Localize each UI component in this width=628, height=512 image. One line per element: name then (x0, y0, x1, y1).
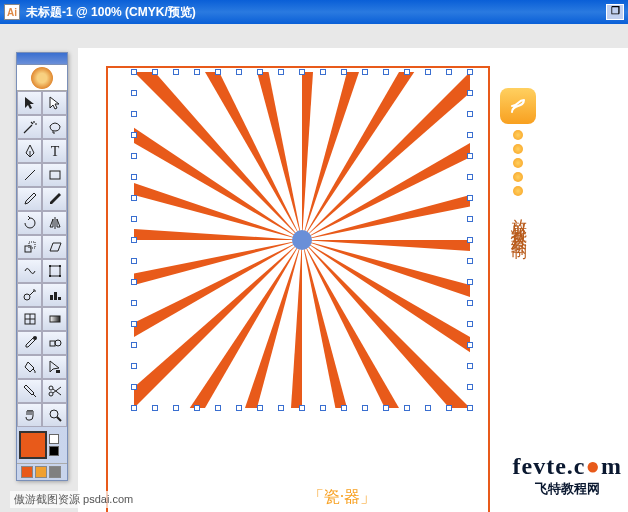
selection-handle[interactable] (299, 405, 305, 411)
eyedropper-tool[interactable] (17, 331, 42, 355)
selection-handle[interactable] (131, 174, 137, 180)
restore-window-button[interactable]: ❐ (606, 4, 624, 20)
mode-swatch[interactable] (35, 466, 47, 478)
selection-handle[interactable] (131, 195, 137, 201)
selection-handle[interactable] (131, 279, 137, 285)
selection-handle[interactable] (236, 69, 242, 75)
selection-handle[interactable] (383, 405, 389, 411)
reflect-tool[interactable] (42, 211, 67, 235)
selection-handle[interactable] (131, 363, 137, 369)
live-paint-bucket-tool[interactable] (17, 355, 42, 379)
type-tool[interactable]: T (42, 139, 67, 163)
selection-handle[interactable] (131, 405, 137, 411)
selection-handle[interactable] (152, 405, 158, 411)
mode-swatch[interactable] (21, 466, 33, 478)
selection-handle[interactable] (383, 69, 389, 75)
rotate-tool[interactable] (17, 211, 42, 235)
selection-handle[interactable] (299, 69, 305, 75)
selection-handle[interactable] (131, 342, 137, 348)
free-transform-tool[interactable] (42, 259, 67, 283)
selection-handle[interactable] (467, 300, 473, 306)
selection-handle[interactable] (467, 279, 473, 285)
lasso-tool[interactable] (42, 115, 67, 139)
direct-selection-tool[interactable] (42, 91, 67, 115)
pencil-tool[interactable] (42, 187, 67, 211)
mode-swatch[interactable] (49, 466, 61, 478)
selection-handle[interactable] (257, 405, 263, 411)
hand-tool[interactable] (17, 403, 42, 427)
selection-handle[interactable] (152, 69, 158, 75)
selection-handle[interactable] (236, 405, 242, 411)
selection-handle[interactable] (425, 69, 431, 75)
selection-handle[interactable] (446, 69, 452, 75)
selection-handle[interactable] (215, 405, 221, 411)
selection-handle[interactable] (341, 405, 347, 411)
selection-handle[interactable] (131, 216, 137, 222)
selection-handle[interactable] (467, 153, 473, 159)
mesh-tool[interactable] (17, 307, 42, 331)
selection-handle[interactable] (467, 258, 473, 264)
zoom-tool[interactable] (42, 403, 67, 427)
selection-handle[interactable] (467, 69, 473, 75)
shear-tool[interactable] (42, 235, 67, 259)
fill-stroke-controls[interactable] (17, 427, 67, 463)
selection-handle[interactable] (278, 405, 284, 411)
canvas-area[interactable]: 放射状背景绘制 「瓷·器」 fevte.c●m 飞特教程网 (78, 48, 628, 512)
warp-tool[interactable] (17, 259, 42, 283)
selection-handle[interactable] (131, 237, 137, 243)
selection-handle[interactable] (131, 321, 137, 327)
selection-handle[interactable] (194, 69, 200, 75)
selection-handle[interactable] (131, 300, 137, 306)
selection-handle[interactable] (131, 258, 137, 264)
blend-tool[interactable] (42, 331, 67, 355)
live-paint-selection-tool[interactable] (42, 355, 67, 379)
selection-handle[interactable] (131, 384, 137, 390)
selection-handle[interactable] (467, 384, 473, 390)
selection-handle[interactable] (467, 111, 473, 117)
selection-handle[interactable] (131, 111, 137, 117)
selection-handle[interactable] (467, 363, 473, 369)
toolbox-header[interactable] (17, 53, 67, 65)
swap-fill-stroke[interactable] (49, 446, 59, 456)
selection-handle[interactable] (320, 405, 326, 411)
selection-handle[interactable] (131, 69, 137, 75)
paintbrush-tool[interactable] (17, 187, 42, 211)
line-segment-tool[interactable] (17, 163, 42, 187)
selection-handle[interactable] (467, 195, 473, 201)
selection-handle[interactable] (467, 237, 473, 243)
selection-handle[interactable] (404, 69, 410, 75)
selection-handle[interactable] (467, 342, 473, 348)
selection-handle[interactable] (467, 90, 473, 96)
column-graph-tool[interactable] (42, 283, 67, 307)
selection-handle[interactable] (425, 405, 431, 411)
selection-tool[interactable] (17, 91, 42, 115)
selection-handle[interactable] (362, 405, 368, 411)
selection-handle[interactable] (446, 405, 452, 411)
selection-handle[interactable] (467, 132, 473, 138)
selection-handle[interactable] (194, 405, 200, 411)
selection-handle[interactable] (467, 321, 473, 327)
fill-color-swatch[interactable] (19, 431, 47, 459)
rectangle-tool[interactable] (42, 163, 67, 187)
selection-handle[interactable] (404, 405, 410, 411)
selection-handle[interactable] (173, 69, 179, 75)
selection-handle[interactable] (278, 69, 284, 75)
selection-handle[interactable] (467, 174, 473, 180)
selection-handle[interactable] (257, 69, 263, 75)
scale-tool[interactable] (17, 235, 42, 259)
selection-handle[interactable] (131, 153, 137, 159)
magic-wand-tool[interactable] (17, 115, 42, 139)
selection-handle[interactable] (215, 69, 221, 75)
selection-handle[interactable] (341, 69, 347, 75)
selection-handle[interactable] (362, 69, 368, 75)
starburst-artwork[interactable] (134, 72, 470, 408)
selection-handle[interactable] (467, 216, 473, 222)
selection-handle[interactable] (320, 69, 326, 75)
slice-tool[interactable] (17, 379, 42, 403)
selection-handle[interactable] (131, 90, 137, 96)
default-fill-stroke[interactable] (49, 434, 59, 444)
scissors-tool[interactable] (42, 379, 67, 403)
selection-handle[interactable] (467, 405, 473, 411)
gradient-tool[interactable] (42, 307, 67, 331)
symbol-sprayer-tool[interactable] (17, 283, 42, 307)
